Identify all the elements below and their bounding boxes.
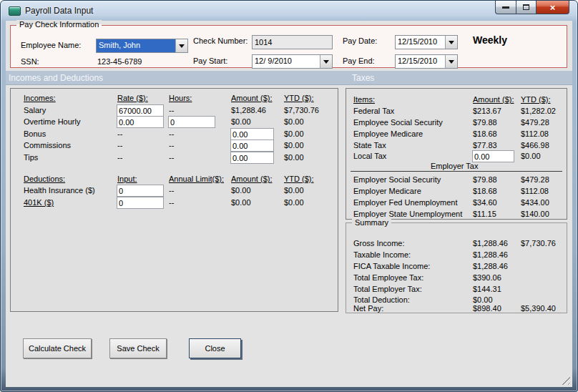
maximize-icon	[523, 4, 529, 10]
net-pay-amount: $898.40	[473, 304, 501, 313]
incomes-header-item: Incomes:	[24, 94, 56, 102]
tax-row-label: Local Tax	[353, 152, 386, 160]
pay-end-value: 12/15/2010	[396, 55, 445, 68]
salary-rate-input[interactable]	[117, 104, 164, 117]
commissions-ytd: $0.00	[284, 141, 304, 150]
state-tax-ytd: $466.98	[521, 141, 549, 150]
health-insurance-ytd: $0.00	[284, 186, 304, 195]
tax-row-label: Employee Medicare	[353, 129, 423, 138]
bonus-rate: --	[117, 129, 122, 138]
section-incomes-deductions: Incomes and Deductions	[9, 73, 103, 83]
pay-date-dropdown[interactable]: 12/15/2010	[395, 35, 458, 49]
window-title: Payroll Data Input	[25, 6, 93, 16]
taxes-header-ytd: YTD ($):	[521, 95, 551, 104]
deductions-header-input: Input:	[117, 175, 137, 183]
employee-ss-amount: $79.88	[473, 118, 497, 127]
income-row-label: Tips	[24, 153, 38, 162]
pay-start-dropdown[interactable]: 12/ 9/2010	[252, 54, 333, 69]
federal-tax-amount: $213.67	[473, 107, 501, 115]
commissions-hours: --	[169, 141, 174, 150]
bonus-amount-input[interactable]	[230, 128, 274, 140]
gross-income-ytd: $7,730.76	[521, 239, 556, 248]
taxable-income-amount: $1,288.46	[473, 250, 508, 259]
window-controls: ×	[495, 1, 569, 14]
minimize-button[interactable]	[495, 1, 516, 14]
app-form-icon	[9, 6, 21, 16]
summary-group: Summary Gross Income: $1,288.46 $7,730.7…	[346, 222, 567, 313]
pay-end-dropdown[interactable]: 12/15/2010	[395, 54, 458, 69]
overtime-hours-input[interactable]	[168, 116, 215, 128]
commissions-amount-input[interactable]	[230, 139, 274, 152]
summary-row-label: Total Deduction:	[353, 295, 410, 304]
close-button[interactable]: Close	[189, 338, 241, 358]
window-frame: Payroll Data Input × Pay Check Informati…	[0, 0, 578, 392]
bonus-ytd: $0.00	[284, 129, 304, 138]
incomes-header-ytd: YTD ($):	[284, 94, 314, 102]
deductions-header-item: Deductions:	[24, 175, 65, 183]
title-bar[interactable]: Payroll Data Input ×	[1, 1, 577, 21]
income-row-label: Bonus	[24, 129, 46, 138]
pay-frequency-label: Weekly	[473, 34, 507, 46]
summary-row-label: Net Pay:	[353, 304, 383, 313]
minimize-icon	[502, 6, 509, 9]
ssn-label: SSN:	[21, 57, 39, 66]
401k-input[interactable]	[117, 197, 164, 209]
health-insurance-limit: --	[169, 186, 174, 195]
chevron-down-icon[interactable]	[445, 36, 457, 49]
health-insurance-input[interactable]	[117, 185, 164, 197]
fica-taxable-amount: $1,288.46	[473, 262, 508, 270]
down-triangle-icon	[449, 41, 454, 44]
chevron-down-icon[interactable]	[175, 39, 187, 52]
tax-row-label: State Tax	[353, 141, 386, 150]
section-band: Incomes and Deductions Taxes	[6, 71, 572, 85]
overtime-ytd: $0.00	[284, 117, 304, 126]
pay-start-value: 12/ 9/2010	[253, 55, 320, 68]
tips-rate: --	[117, 153, 122, 162]
chevron-down-icon[interactable]	[445, 55, 457, 68]
tips-amount-input[interactable]	[230, 152, 274, 164]
chevron-down-icon[interactable]	[320, 55, 332, 68]
check-number-field[interactable]	[252, 35, 333, 49]
payroll-window: Payroll Data Input × Pay Check Informati…	[0, 0, 578, 392]
employer-state-unemp-ytd: $140.00	[521, 210, 549, 218]
summary-row-label: Gross Income:	[353, 239, 405, 248]
state-tax-amount: $77.83	[473, 141, 497, 150]
employee-medicare-ytd: $112.08	[521, 129, 549, 138]
taxes-header-item: Items:	[353, 95, 375, 104]
incomes-header-amount: Amount ($):	[231, 94, 272, 102]
net-pay-ytd: $5,390.40	[521, 304, 556, 313]
employee-medicare-amount: $18.68	[473, 129, 497, 138]
save-check-button[interactable]: Save Check	[109, 338, 167, 358]
salary-hours: --	[169, 106, 174, 114]
overtime-rate-input[interactable]	[117, 116, 164, 128]
incomes-header-hours: Hours:	[169, 94, 192, 102]
client-area: Pay Check Information Employee Name: Smi…	[6, 21, 572, 387]
salary-amount: $1,288.46	[231, 106, 266, 114]
tips-ytd: $0.00	[284, 153, 304, 162]
incomes-header-rate: Rate ($):	[117, 94, 148, 102]
employee-name-dropdown[interactable]: Smith, John	[96, 39, 188, 53]
resize-grip[interactable]	[560, 375, 570, 385]
gross-income-amount: $1,288.46	[473, 239, 508, 248]
commissions-rate: --	[117, 141, 122, 150]
salary-ytd: $7,730.76	[284, 106, 319, 114]
total-employee-tax-amount: $390.06	[473, 273, 501, 282]
calculate-check-button[interactable]: Calculate Check	[23, 338, 92, 358]
income-row-label: Salary	[24, 106, 46, 114]
local-tax-input[interactable]	[472, 150, 514, 162]
employer-ss-amount: $79.88	[473, 175, 497, 184]
401k-link[interactable]: 401K ($)	[24, 198, 54, 207]
income-row-label: Overtime Hourly	[24, 117, 80, 126]
pay-date-value: 12/15/2010	[396, 36, 445, 49]
employer-tax-divider	[351, 171, 562, 172]
pay-end-label: Pay End:	[343, 57, 375, 65]
paycheck-info-group: Pay Check Information Employee Name: Smi…	[10, 25, 567, 68]
tax-row-label: Employee Social Security	[353, 118, 443, 127]
close-window-button[interactable]: ×	[537, 1, 569, 14]
maximize-button[interactable]	[516, 1, 537, 14]
close-icon: ×	[550, 2, 556, 13]
taxes-panel: Items: Amount ($): YTD ($): Federal Tax …	[346, 88, 567, 220]
check-number-label: Check Number:	[193, 36, 248, 45]
income-row-label: Commissions	[24, 141, 71, 150]
deductions-header-annual: Annual Limit($):	[169, 175, 224, 183]
